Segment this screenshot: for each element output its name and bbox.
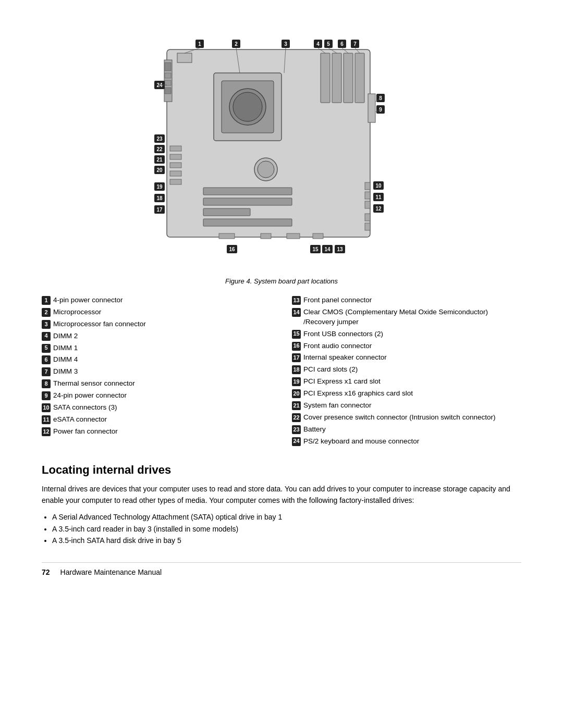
svg-text:5: 5: [327, 41, 330, 47]
list-item: 16Front audio connector: [292, 340, 521, 352]
part-number: 3: [42, 320, 51, 329]
svg-rect-33: [170, 163, 181, 168]
part-number: 23: [292, 425, 301, 434]
svg-text:1: 1: [198, 41, 201, 47]
svg-rect-11: [321, 53, 330, 103]
diagram-area: 1 2 3 4 5 6 7 24 8 9 23: [42, 21, 521, 271]
section-heading: Locating internal drives: [42, 463, 521, 477]
svg-rect-31: [170, 146, 181, 151]
svg-text:17: 17: [156, 207, 163, 213]
svg-rect-27: [219, 233, 235, 239]
parts-list-right: 13Front panel connector14Clear CMOS (Com…: [292, 294, 521, 448]
part-number: 20: [292, 389, 301, 398]
svg-rect-12: [332, 53, 341, 103]
svg-rect-19: [203, 198, 292, 205]
part-number: 22: [292, 413, 301, 422]
list-item: 8Thermal sensor connector: [42, 378, 271, 390]
part-number: 19: [292, 377, 301, 386]
svg-rect-32: [170, 154, 181, 159]
list-item: 15Front USB connectors (2): [292, 328, 521, 340]
part-label: DIMM 3: [53, 367, 271, 377]
svg-rect-25: [365, 214, 370, 221]
part-label: PCI card slots (2): [303, 365, 521, 375]
svg-text:3: 3: [284, 41, 287, 47]
list-item: 2Microprocessor: [42, 306, 271, 318]
svg-rect-24: [365, 201, 370, 208]
page-footer: 72 Hardware Maintenance Manual: [42, 562, 521, 576]
svg-text:2: 2: [235, 41, 238, 47]
svg-text:23: 23: [156, 136, 163, 142]
svg-text:22: 22: [156, 146, 163, 152]
svg-text:10: 10: [375, 183, 382, 189]
part-label: DIMM 2: [53, 331, 271, 341]
figure-caption: Figure 4. System board part locations: [42, 277, 521, 285]
part-label: DIMM 1: [53, 343, 271, 353]
svg-rect-10: [177, 53, 192, 63]
part-label: Thermal sensor connector: [53, 379, 271, 389]
list-item: 24PS/2 keyboard and mouse connector: [292, 436, 521, 448]
footer-text: Hardware Maintenance Manual: [60, 568, 162, 576]
list-item: 22Cover presence switch connector (Intru…: [292, 412, 521, 424]
list-item: 11eSATA connector: [42, 414, 271, 426]
part-label: PS/2 keyboard and mouse connector: [303, 437, 521, 447]
list-item: A 3.5-inch SATA hard disk drive in bay 5: [52, 535, 521, 546]
list-item: 21System fan connector: [292, 400, 521, 412]
svg-rect-21: [203, 219, 292, 226]
part-number: 16: [292, 342, 301, 351]
svg-rect-3: [165, 73, 171, 78]
svg-text:7: 7: [353, 41, 357, 47]
list-item: 924-pin power connector: [42, 390, 271, 402]
part-number: 1: [42, 296, 51, 305]
svg-rect-35: [170, 179, 181, 184]
svg-point-17: [258, 161, 274, 178]
svg-text:12: 12: [375, 206, 382, 212]
part-label: SATA connectors (3): [53, 403, 271, 413]
part-label: Front panel connector: [303, 295, 521, 305]
svg-text:21: 21: [156, 157, 163, 163]
svg-rect-18: [203, 188, 292, 195]
svg-point-9: [233, 92, 262, 121]
part-number: 9: [42, 391, 51, 400]
part-number: 8: [42, 379, 51, 388]
list-item: 5DIMM 1: [42, 342, 271, 354]
svg-rect-2: [165, 63, 171, 71]
list-item: 14Clear CMOS (Complementary Metal Oxide …: [292, 306, 521, 328]
part-number: 12: [42, 427, 51, 436]
motherboard-svg: 1 2 3 4 5 6 7 24 8 9 23: [136, 21, 427, 271]
page-number: 72: [42, 568, 50, 576]
svg-rect-13: [344, 53, 353, 103]
list-item: 4DIMM 2: [42, 330, 271, 342]
part-label: PCI Express x16 graphics card slot: [303, 389, 521, 399]
svg-text:24: 24: [156, 82, 163, 88]
part-number: 7: [42, 367, 51, 376]
part-number: 14: [292, 308, 301, 317]
part-number: 13: [292, 296, 301, 305]
part-number: 6: [42, 355, 51, 364]
svg-text:13: 13: [337, 246, 343, 252]
part-number: 21: [292, 401, 301, 410]
part-number: 2: [42, 308, 51, 317]
list-item: 17Internal speaker connector: [292, 352, 521, 364]
svg-rect-23: [365, 192, 370, 199]
body-text: Internal drives are devices that your co…: [42, 483, 521, 507]
svg-text:15: 15: [312, 246, 319, 252]
part-number: 4: [42, 332, 51, 341]
svg-rect-20: [203, 208, 250, 216]
svg-rect-34: [170, 171, 181, 176]
part-number: 11: [42, 415, 51, 424]
part-number: 10: [42, 403, 51, 412]
svg-text:20: 20: [156, 167, 163, 173]
bullet-list: A Serial Advanced Technology Attachment …: [52, 511, 521, 546]
part-label: 24-pin power connector: [53, 391, 271, 401]
part-label: PCI Express x1 card slot: [303, 377, 521, 387]
list-item: 14-pin power connector: [42, 294, 271, 306]
list-item: 20PCI Express x16 graphics card slot: [292, 388, 521, 400]
svg-text:4: 4: [316, 41, 320, 47]
part-label: Cover presence switch connector (Intrusi…: [303, 413, 521, 423]
svg-text:19: 19: [156, 184, 163, 190]
part-label: Microprocessor fan connector: [53, 319, 271, 329]
svg-rect-5: [165, 88, 171, 94]
svg-text:14: 14: [324, 246, 331, 252]
svg-rect-30: [313, 233, 323, 239]
part-number: 5: [42, 344, 51, 353]
